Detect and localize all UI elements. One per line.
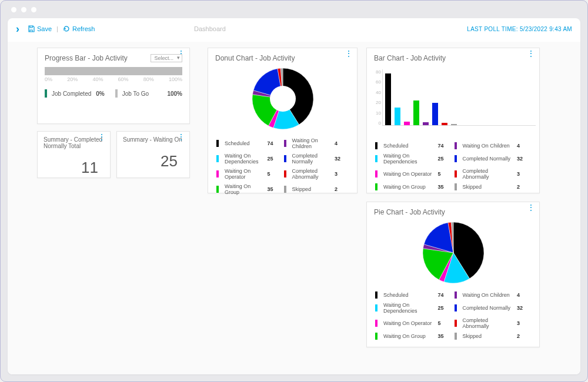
legend-swatch [216,170,219,177]
bar-2 [404,122,410,125]
breadcrumb: Dashboard [194,25,226,32]
card-menu-icon[interactable]: ⋮ [177,135,185,139]
legend-label: Waiting On Children [463,292,515,298]
legend-label: Waiting On Operator [225,168,265,180]
legend-swatch [216,186,219,193]
bar-1 [395,108,400,125]
legend-label: Completed Normally [292,153,333,165]
legend-label: Completed Abnormally [292,168,333,180]
bar-legend: Scheduled74Waiting On Children4Waiting O… [367,138,539,197]
legend-value: 32 [517,305,531,311]
legend-value: 2 [517,184,531,190]
swatch-togo [115,89,118,98]
progress-bar-track [45,67,182,75]
pie-legend: Scheduled74Waiting On Children4Waiting O… [367,287,539,347]
card-title: Progress Bar - Job Activity Select... [38,48,189,67]
legend-swatch [284,170,286,177]
legend-value: 5 [268,171,282,177]
legend-value: 74 [438,143,452,149]
summary-completed-card: ⋮ Summary - Completed Normally Total 11 [37,131,111,178]
expand-sidebar-icon[interactable]: › [16,23,19,35]
legend-value: 32 [335,156,349,162]
save-button[interactable]: Save [28,25,52,32]
svg-point-0 [270,86,296,112]
card-title: Pie Chart - Job Activity [367,202,539,221]
legend-value: 32 [517,156,531,162]
summary-waiting-card: ⋮ Summary - Waiting On 25 [116,131,190,178]
legend-value: 74 [268,140,282,146]
legend-label: Completed Normally [463,305,515,311]
legend-label: Waiting On Dependencies [383,153,436,165]
bar-4 [423,122,429,125]
card-menu-icon[interactable]: ⋮ [98,135,105,139]
legend-label: Waiting On Children [292,138,333,149]
bar-6 [442,123,447,125]
legend-swatch [455,304,457,311]
legend-swatch [375,304,377,311]
legend-value: 2 [335,186,349,192]
legend-value: 4 [517,143,531,149]
last-poll-time: LAST POLL TIME: 5/23/2022 9:43 AM [467,26,572,32]
donut-legend: Scheduled74Waiting On Children4Waiting O… [208,133,357,202]
card-title: Bar Chart - Job Activity [367,48,539,67]
refresh-icon [63,25,70,32]
legend-value: 3 [517,320,531,326]
browser-frame: › Save | Refresh Dashboard LAST POLL TIM… [0,0,588,382]
save-label: Save [37,25,52,32]
window-dot [21,7,26,12]
legend-swatch [284,140,286,147]
summary-completed-value: 11 [38,152,110,185]
legend-swatch [455,291,457,299]
legend-value: 3 [335,171,349,177]
legend-value: 5 [438,320,452,326]
legend-label: Waiting On Group [383,333,436,339]
legend-value: 35 [438,184,452,190]
legend-value: 4 [335,140,349,146]
swatch-completed [45,89,47,98]
bar-0 [385,73,391,125]
legend-swatch [375,291,377,299]
legend-swatch [375,155,377,162]
bar-chart-card: ⋮ Bar Chart - Job Activity 80 60 40 20 1… [366,48,540,193]
window-titlebar [1,1,587,18]
progress-bar-area: 0% 20% 40% 60% 80% 100% [38,67,189,86]
legend-label: Skipped [292,186,333,192]
legend-swatch [216,155,219,162]
legend-swatch [216,140,219,147]
card-menu-icon[interactable]: ⋮ [527,52,534,55]
legend-label: Waiting On Group [225,183,265,195]
save-icon [28,25,35,32]
legend-label: Waiting On Operator [383,320,436,326]
legend-value: 25 [438,156,452,162]
card-menu-icon[interactable]: ⋮ [527,206,534,209]
legend-value: 3 [517,171,531,177]
card-menu-icon[interactable]: ⋮ [345,52,352,55]
legend-label: Scheduled [383,292,436,298]
refresh-label: Refresh [72,25,95,32]
app-surface: › Save | Refresh Dashboard LAST POLL TIM… [8,18,580,374]
legend-label: Skipped [463,333,515,339]
window-dot [31,7,36,12]
legend-swatch [455,183,457,190]
legend-swatch [455,320,457,327]
legend-label: Scheduled [383,143,436,149]
legend-swatch [284,186,286,193]
legend-label: Completed Abnormally [463,168,515,180]
legend-swatch [375,183,377,190]
pie-chart-card: ⋮ Pie Chart - Job Activity Scheduled74Wa… [366,202,540,347]
summary-waiting-value: 25 [117,145,189,179]
legend-swatch [455,170,457,177]
legend-value: 25 [268,156,282,162]
legend-label: Completed Abnormally [463,317,515,329]
progress-select[interactable]: Select... [151,54,182,62]
legend-label: Waiting On Dependencies [383,302,436,314]
legend-swatch [455,155,457,162]
bar-chart: 80 60 40 20 10 0 [367,67,539,138]
legend-label: Scheduled [225,140,265,146]
legend-swatch [375,320,377,327]
refresh-button[interactable]: Refresh [63,25,95,32]
bar-7 [451,124,457,125]
bar-y-axis: 80 60 40 20 10 0 [369,69,381,126]
dashboard-canvas: ⋮ Progress Bar - Job Activity Select... … [8,42,580,374]
legend-label: Waiting On Children [463,143,515,149]
